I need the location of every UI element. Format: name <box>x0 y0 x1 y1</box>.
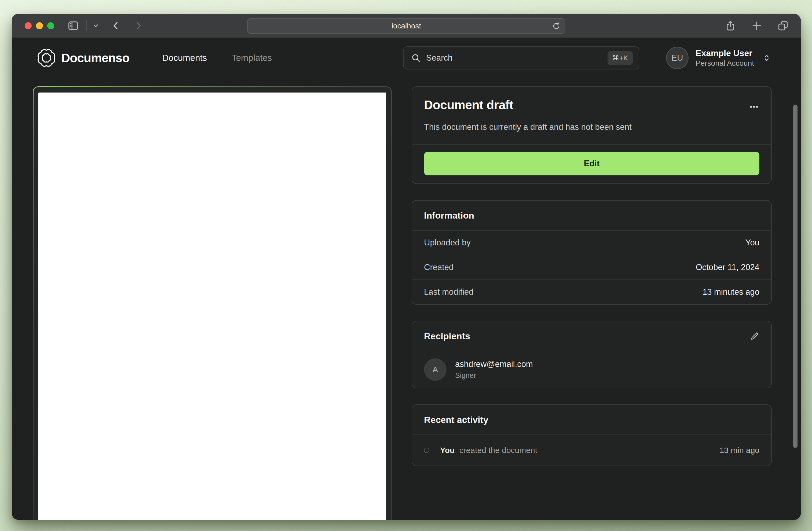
user-account-type: Personal Account <box>696 58 754 68</box>
browser-window: localhost <box>12 14 801 520</box>
forward-button[interactable] <box>133 20 144 31</box>
recipients-title: Recipients <box>424 330 470 342</box>
document-sidebar: Document draft This document is currentl… <box>412 86 772 466</box>
info-label: Uploaded by <box>424 238 471 248</box>
recipient-email: ashdrew@email.com <box>455 359 533 370</box>
recipient-avatar: A <box>424 358 447 381</box>
recipients-card: Recipients A ashdrew@email.com Signer <box>412 321 772 388</box>
window-controls <box>25 22 54 29</box>
document-status-title: Document draft <box>424 98 513 112</box>
edit-recipients-icon[interactable] <box>750 331 759 341</box>
search-input[interactable] <box>426 53 602 63</box>
document-status-description: This document is currently a draft and h… <box>424 122 759 132</box>
nav-templates[interactable]: Templates <box>232 53 272 63</box>
activity-bullet-icon <box>424 447 429 453</box>
info-value: 13 minutes ago <box>702 287 759 297</box>
app-header: Documenso Documents Templates ⌘+K EU Exa… <box>12 38 801 78</box>
documenso-logo-icon <box>38 49 55 67</box>
toolbar-divider <box>86 20 87 31</box>
info-label: Last modified <box>424 287 473 297</box>
minimize-window-button[interactable] <box>36 22 43 29</box>
user-name: Example User <box>696 48 754 58</box>
share-icon[interactable] <box>725 20 736 32</box>
browser-toolbar: localhost <box>12 14 801 38</box>
back-button[interactable] <box>111 20 121 31</box>
search-shortcut-badge: ⌘+K <box>608 51 633 65</box>
brand-name: Documenso <box>61 51 129 65</box>
recipient-details: ashdrew@email.com Signer <box>455 359 533 380</box>
more-options-icon[interactable] <box>749 101 759 113</box>
activity-time: 13 min ago <box>720 446 759 455</box>
account-menu-button[interactable]: EU Example User Personal Account <box>666 47 771 69</box>
info-row-created: Created October 11, 2024 <box>412 255 771 279</box>
activity-actor: You <box>440 446 454 455</box>
recipient-role: Signer <box>455 371 533 380</box>
reload-icon[interactable] <box>552 22 561 30</box>
recent-activity-title: Recent activity <box>424 414 488 426</box>
nav-documents[interactable]: Documents <box>162 53 207 63</box>
chevrons-up-down-icon <box>762 53 771 62</box>
url-text: localhost <box>392 22 421 30</box>
info-value: October 11, 2024 <box>696 263 759 272</box>
edit-button[interactable]: Edit <box>424 152 759 175</box>
tab-overview-icon[interactable] <box>777 20 789 32</box>
document-preview-card <box>33 86 392 520</box>
information-card: Information Uploaded by You Created Octo… <box>412 200 772 305</box>
status-card: Document draft This document is currentl… <box>412 86 772 184</box>
toolbar-right-icons <box>725 20 789 32</box>
search-icon <box>411 53 421 63</box>
document-page <box>38 92 386 520</box>
activity-action: created the document <box>460 446 537 455</box>
user-identity: Example User Personal Account <box>696 48 754 68</box>
recent-activity-card: Recent activity You created the document… <box>412 404 772 466</box>
main-content: Document draft This document is currentl… <box>12 78 801 520</box>
activity-list-item: You created the document 13 min ago <box>412 434 771 466</box>
sidebar-chevron-down-icon[interactable] <box>92 22 99 29</box>
info-row-last-modified: Last modified 13 minutes ago <box>412 279 771 304</box>
information-title: Information <box>424 209 474 221</box>
info-row-uploaded-by: Uploaded by You <box>412 230 771 255</box>
activity-text: You created the document <box>440 446 537 455</box>
info-value: You <box>745 238 759 248</box>
main-nav: Documents Templates <box>162 53 272 63</box>
sidebar-toggle-icon[interactable] <box>67 19 79 32</box>
new-tab-icon[interactable] <box>751 20 763 32</box>
status-card-foot: Edit <box>412 145 771 183</box>
document-preview-inner <box>33 87 391 520</box>
search-bar[interactable]: ⌘+K <box>403 46 639 70</box>
brand-link[interactable]: Documenso <box>38 49 129 67</box>
recipient-list-item: A ashdrew@email.com Signer <box>412 351 771 388</box>
info-label: Created <box>424 263 453 272</box>
status-card-head: Document draft This document is currentl… <box>412 87 771 144</box>
zoom-window-button[interactable] <box>47 22 54 29</box>
close-window-button[interactable] <box>25 22 32 29</box>
user-avatar: EU <box>666 47 688 69</box>
address-bar[interactable]: localhost <box>247 18 565 34</box>
page-scrollbar-thumb[interactable] <box>793 105 798 448</box>
